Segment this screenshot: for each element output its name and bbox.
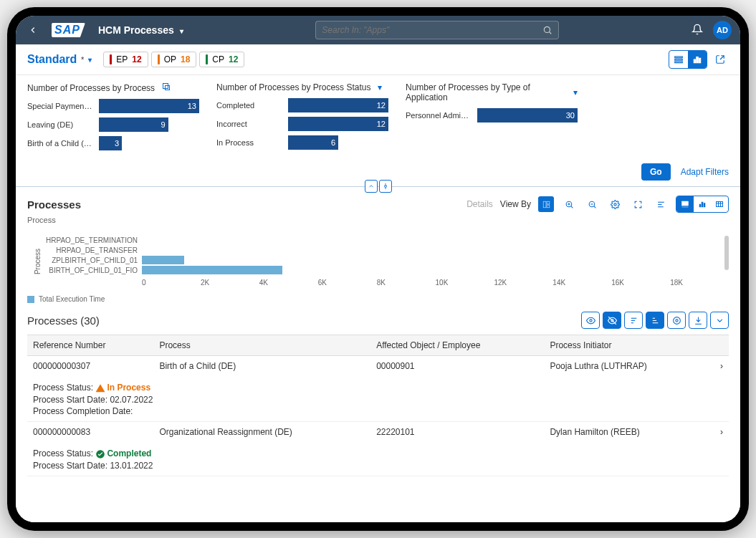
search-icon [542, 25, 552, 35]
collapse-header-button[interactable] [365, 180, 378, 193]
variant-name: Standard [27, 53, 77, 66]
svg-line-1 [550, 32, 552, 34]
app-title-text: HCM Processes [98, 24, 174, 36]
svg-rect-29 [717, 202, 723, 207]
view-segmented[interactable] [669, 50, 707, 69]
chip-label: OP [164, 54, 176, 64]
search-field[interactable] [315, 21, 559, 39]
filter-bar-row[interactable]: In Process 6 [216, 135, 388, 150]
chip-value: 12 [229, 54, 238, 64]
settings-button[interactable] [607, 196, 623, 212]
chart-scrollbar[interactable] [724, 236, 729, 270]
cell-object-link[interactable]: 22220101 [370, 421, 544, 442]
hide-details-button[interactable] [603, 312, 621, 329]
pin-header-button[interactable] [379, 180, 392, 193]
row-nav-icon[interactable]: › [707, 421, 729, 442]
chart-display-segmented[interactable] [676, 196, 729, 213]
filter-bar-label: Leaving (DE) [27, 120, 99, 129]
filter-bar-row[interactable]: Special Paymen… 13 [27, 99, 199, 113]
viewby-dimension-button[interactable] [538, 196, 554, 212]
notifications-button[interactable] [692, 24, 703, 37]
filter-chip-cp[interactable]: CP 12 [199, 52, 244, 67]
column-header[interactable]: Process [153, 335, 370, 356]
chart-bar-row[interactable]: BIRTH_OF_CHILD_01_FIO [27, 266, 729, 274]
cell-initiator: Pooja Luthra (LUTHRAP) [544, 356, 707, 377]
chart-view-toggle[interactable] [688, 51, 707, 68]
legend-button[interactable] [653, 196, 669, 212]
expand-filter-icon[interactable] [162, 82, 171, 93]
zoom-out-button[interactable] [584, 196, 600, 212]
group-asc-button[interactable] [624, 312, 643, 329]
chart-bar-row[interactable]: HRPAO_DE_TRANSFER [27, 246, 729, 254]
user-avatar[interactable]: AD [713, 21, 732, 39]
zoom-in-button[interactable] [561, 196, 577, 212]
svg-rect-4 [675, 62, 683, 63]
app-title[interactable]: HCM Processes ▾ [98, 24, 183, 36]
column-header[interactable] [707, 335, 729, 356]
chart-table-toggle[interactable] [711, 196, 728, 212]
filter-view-toggle[interactable] [669, 51, 688, 68]
details-label: Details [466, 199, 493, 209]
chart-bar-label: BIRTH_OF_CHILD_01_FIO [27, 266, 142, 274]
column-header[interactable]: Process Initiator [544, 335, 707, 356]
sap-logo: SAP [52, 23, 85, 37]
cell-object-link[interactable]: 00000901 [370, 356, 544, 377]
svg-rect-27 [702, 202, 703, 207]
x-axis-tick: 10K [436, 279, 494, 287]
chart-legend: Total Execution Time [27, 295, 729, 303]
chip-color-bar [158, 54, 160, 64]
svg-line-35 [608, 317, 616, 325]
filter-bar-row[interactable]: Incorrect 12 [216, 117, 388, 131]
status-badge: Completed [107, 448, 151, 458]
chart-bar-toggle[interactable] [694, 196, 711, 212]
chart-bar-row[interactable]: HRPAO_DE_TERMINATION [27, 236, 729, 244]
viewby-label: View By [500, 199, 531, 209]
filter-chart-title: Number of Processes by Type of Applicati… [406, 82, 578, 102]
show-details-button[interactable] [581, 312, 600, 329]
filter-bar-row[interactable]: Leaving (DE) 9 [27, 117, 199, 132]
svg-line-19 [593, 206, 595, 208]
chart-only-toggle[interactable] [676, 196, 694, 212]
row-nav-icon[interactable]: › [707, 356, 729, 377]
expand-filter-icon[interactable]: ▾ [573, 87, 578, 97]
filter-chip-op[interactable]: OP 18 [151, 52, 197, 67]
filter-bar-row[interactable]: Completed 12 [216, 98, 388, 112]
table-row[interactable]: 000000000307 Birth of a Child (DE) 00000… [27, 356, 729, 377]
x-axis-tick: 6K [318, 279, 377, 287]
filter-bar-row[interactable]: Birth of a Child (… 3 [27, 136, 199, 150]
export-button[interactable] [689, 312, 707, 329]
fullscreen-button[interactable] [630, 196, 646, 212]
share-button[interactable] [712, 51, 729, 68]
filter-chip-ep[interactable]: EP 12 [103, 52, 148, 67]
table-row-details: Process Status: Completed Process Start … [27, 442, 729, 476]
column-header[interactable]: Reference Number [27, 335, 153, 356]
filter-bar-label: Birth of a Child (… [27, 139, 99, 148]
status-badge: In Process [107, 383, 150, 393]
group-desc-button[interactable] [646, 312, 664, 329]
svg-point-33 [589, 319, 591, 321]
table-row-details: Process Status: In Process Process Start… [27, 376, 729, 421]
export-menu-button[interactable] [710, 312, 729, 329]
table-row[interactable]: 000000000083 Organizational Reassignment… [27, 421, 729, 442]
svg-rect-26 [699, 204, 701, 207]
search-input[interactable] [322, 25, 542, 35]
chip-label: EP [116, 54, 128, 64]
svg-rect-12 [547, 205, 550, 208]
variant-selector[interactable]: Standard* ▾ [27, 53, 92, 66]
chip-label: CP [212, 54, 224, 64]
expand-filter-icon[interactable]: ▾ [378, 82, 382, 92]
chart-bar-row[interactable]: ZPLBIRTH_OF_CHILD_01 [27, 256, 729, 264]
x-axis-tick: 8K [377, 279, 436, 287]
chart-bar-label: HRPAO_DE_TERMINATION [27, 236, 142, 244]
back-button[interactable] [24, 21, 42, 39]
column-header[interactable]: Affected Object / Employee [370, 335, 544, 356]
adapt-filters-link[interactable]: Adapt Filters [681, 167, 729, 177]
table-settings-button[interactable] [667, 312, 686, 329]
chart-subtitle: Process [27, 216, 729, 224]
go-button[interactable]: Go [641, 163, 671, 181]
filter-bar-row[interactable]: Personnel Admi… 30 [406, 108, 578, 123]
svg-rect-10 [543, 201, 546, 208]
filter-bar-label: Completed [216, 101, 288, 110]
filter-bar-label: Personnel Admi… [406, 111, 477, 120]
svg-point-43 [673, 317, 680, 324]
